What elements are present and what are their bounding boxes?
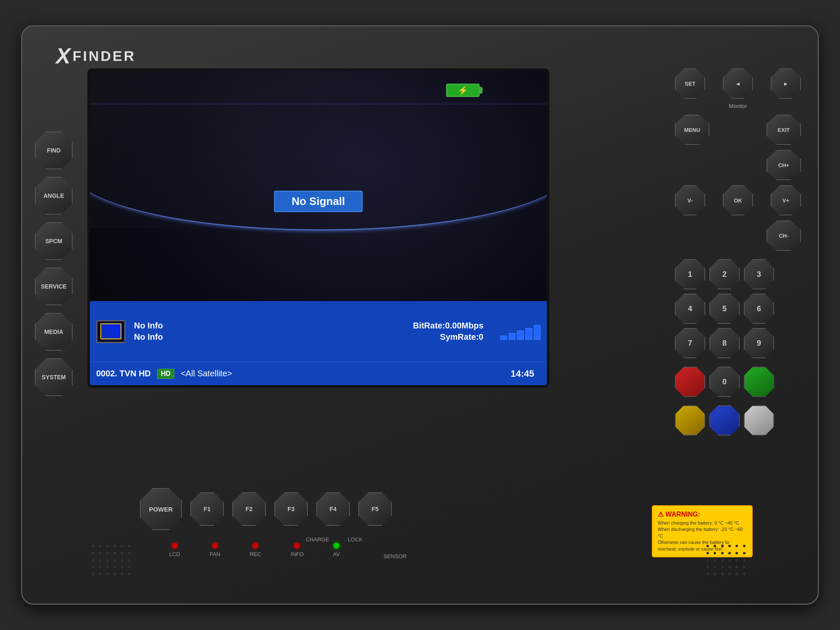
left-buttons: FIND ANGLE SPCM SERVICE MEDIA SYSTEM	[35, 131, 73, 396]
fan-led-group: FAN	[210, 543, 220, 557]
speaker-dot	[735, 545, 738, 547]
lcd-led	[172, 543, 178, 549]
lcd-label: LCD	[169, 551, 180, 557]
num-0-button[interactable]: 0	[709, 367, 740, 397]
right-top-row: SET ◄ ►	[675, 68, 801, 99]
speaker-dot	[106, 545, 109, 547]
num-6-button[interactable]: 6	[744, 294, 774, 324]
speaker-dot	[121, 573, 123, 575]
battery-indicator: ⚡	[446, 84, 480, 97]
speaker-dot	[735, 559, 738, 562]
f2-button[interactable]: F2	[232, 492, 266, 526]
satellite-name: <All Satellite>	[181, 369, 232, 378]
info-row3: 0002. TVN HD HD <All Satellite> 14:45	[90, 362, 547, 385]
num-1-button[interactable]: 1	[675, 259, 705, 289]
system-button[interactable]: SYSTEM	[35, 358, 73, 396]
power-button[interactable]: POWER	[140, 488, 182, 530]
ch-minus-button[interactable]: CH-	[766, 220, 801, 251]
ch-plus-button[interactable]: CH+	[766, 150, 801, 180]
menu-button[interactable]: MENU	[675, 115, 709, 145]
speaker-dot	[92, 559, 94, 562]
set-button[interactable]: SET	[675, 68, 705, 99]
tv-icon-inner	[100, 323, 121, 339]
signal-bar-3	[517, 331, 524, 340]
speaker-dot	[743, 552, 746, 554]
speaker-dot	[721, 559, 724, 562]
charge-label: CHARGE	[306, 536, 329, 543]
right-controls: SET ◄ ► Monitor MENU EXIT CH+ V- OK V+ C…	[675, 68, 801, 436]
service-button[interactable]: SERVICE	[35, 268, 73, 305]
signal-bar-5	[534, 325, 541, 340]
white-button[interactable]	[744, 405, 774, 436]
num-7-button[interactable]: 7	[675, 328, 705, 358]
speaker-dot	[706, 545, 709, 547]
f1-button[interactable]: F1	[190, 492, 224, 526]
speaker-dot	[743, 559, 746, 562]
speaker-dot	[706, 559, 709, 562]
left-arrow-button[interactable]: ◄	[723, 68, 753, 99]
speaker-dot	[113, 545, 116, 547]
media-button[interactable]: MEDIA	[35, 313, 73, 351]
ch-plus-row: CH+	[675, 150, 801, 180]
blue-button[interactable]	[709, 405, 740, 436]
v-minus-button[interactable]: V-	[675, 185, 705, 215]
speaker-dot	[706, 573, 709, 575]
speaker-dot	[743, 545, 746, 547]
speaker-right	[706, 545, 748, 578]
screen: ⚡ No Signall No Info No Info BitRate	[90, 71, 547, 385]
num-2-button[interactable]: 2	[709, 259, 740, 289]
speaker-dot	[92, 573, 94, 575]
speaker-dot	[99, 566, 101, 568]
speaker-dot	[706, 552, 709, 554]
signal-bars	[500, 323, 541, 340]
info-row1: No Info No Info BitRate:0.00Mbps SymRate…	[90, 301, 547, 362]
speaker-dot	[128, 566, 131, 568]
green-button[interactable]	[744, 367, 774, 397]
num-9-button[interactable]: 9	[744, 328, 774, 358]
time-display: 14:45	[511, 368, 534, 379]
symrate-text: SymRate:0	[317, 332, 492, 342]
right-arrow-button[interactable]: ►	[771, 68, 801, 99]
speaker-dot	[92, 552, 94, 554]
f5-button[interactable]: F5	[358, 492, 392, 526]
screen-container: ⚡ No Signall No Info No Info BitRate	[87, 68, 549, 388]
speaker-dot	[714, 559, 716, 562]
no-signal-banner: No Signall	[274, 191, 362, 212]
speaker-dot	[121, 559, 123, 562]
speaker-dot	[714, 552, 716, 554]
device-body: X FINDER ⚡ No Signall No Info	[21, 25, 819, 605]
speaker-dot	[706, 566, 709, 568]
speaker-dot	[743, 566, 746, 568]
num-3-button[interactable]: 3	[744, 259, 774, 289]
info-led	[294, 543, 300, 549]
speaker-dot	[106, 552, 109, 554]
speaker-dot	[99, 559, 101, 562]
menu-exit-row: MENU EXIT	[675, 115, 801, 145]
speaker-dot	[92, 566, 94, 568]
red-button[interactable]	[675, 367, 705, 397]
yellow-button[interactable]	[675, 405, 705, 436]
av-led	[333, 543, 339, 549]
speaker-dot	[106, 559, 109, 562]
speaker-dot	[728, 559, 731, 562]
info-led-group: INFO	[291, 543, 304, 557]
angle-button[interactable]: ANGLE	[35, 177, 73, 215]
speaker-dot	[743, 573, 746, 575]
speaker-dot	[113, 566, 116, 568]
speaker-dot	[92, 545, 94, 547]
v-plus-button[interactable]: V+	[771, 185, 801, 215]
find-button[interactable]: FIND	[35, 131, 73, 169]
logo-x: X	[56, 43, 71, 68]
num-4-button[interactable]: 4	[675, 294, 705, 324]
lock-label: LOCK	[348, 536, 362, 543]
f3-button[interactable]: F3	[274, 492, 308, 526]
f4-button[interactable]: F4	[316, 492, 350, 526]
exit-button[interactable]: EXIT	[766, 115, 801, 145]
num-5-button[interactable]: 5	[709, 294, 740, 324]
speaker-dot	[735, 566, 738, 568]
ok-button[interactable]: OK	[723, 185, 753, 215]
speaker-dot	[121, 552, 123, 554]
spcm-button[interactable]: SPCM	[35, 222, 73, 260]
speaker-dot	[728, 566, 731, 568]
num-8-button[interactable]: 8	[709, 328, 740, 358]
